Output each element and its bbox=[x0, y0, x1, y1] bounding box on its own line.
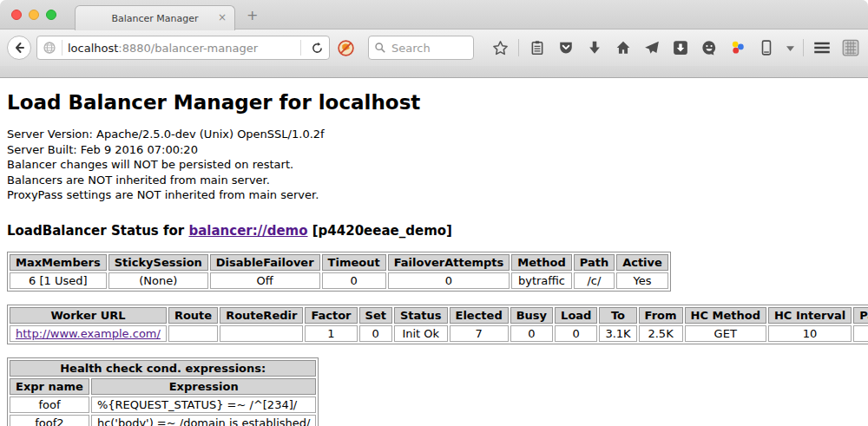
pocket-icon[interactable] bbox=[556, 37, 576, 58]
cell-elected: 7 bbox=[450, 325, 509, 342]
back-arrow-icon bbox=[12, 41, 26, 55]
colored-dots-icon[interactable] bbox=[727, 37, 748, 58]
col-route: Route bbox=[168, 307, 218, 324]
toolbar-icons bbox=[490, 37, 861, 58]
navigation-toolbar: localhost:8880/balancer-manager bbox=[0, 29, 868, 66]
home-icon[interactable] bbox=[613, 37, 634, 58]
cell-to: 3.1K bbox=[599, 325, 636, 342]
col-load: Load bbox=[555, 307, 597, 324]
window-close-button[interactable] bbox=[11, 10, 22, 20]
toolbar-divider bbox=[518, 39, 519, 56]
cell-route bbox=[168, 325, 218, 342]
url-text[interactable]: localhost:8880/balancer-manager bbox=[68, 42, 295, 55]
cell-method: bytraffic bbox=[511, 272, 571, 289]
balancer-status-heading: LoadBalancer Status for balancer://demo … bbox=[7, 223, 861, 239]
worker-data-row: http://www.example.com/ 1 0 Init Ok 7 0 … bbox=[10, 325, 868, 342]
col-routeredir: RouteRedir bbox=[220, 307, 303, 324]
cell-busy: 0 bbox=[510, 325, 553, 342]
window-minimize-button[interactable] bbox=[29, 10, 39, 20]
tab-mosaic-icon[interactable] bbox=[840, 37, 861, 58]
toolbar-divider-2 bbox=[803, 39, 804, 56]
downloads-arrow-icon[interactable] bbox=[584, 37, 605, 58]
back-button[interactable] bbox=[7, 36, 31, 60]
col-status: Status bbox=[394, 307, 448, 324]
bookmark-star-icon[interactable] bbox=[490, 37, 510, 58]
clipboard-icon[interactable] bbox=[527, 37, 548, 58]
server-version-line: Server Version: Apache/2.5.0-dev (Unix) … bbox=[7, 127, 861, 142]
proxypass-warning-line: ProxyPass settings are NOT inherited fro… bbox=[7, 187, 861, 203]
cell-hc-method: GET bbox=[685, 325, 766, 342]
cell-failoverattempts: 0 bbox=[388, 272, 510, 289]
cell-factor: 1 bbox=[305, 325, 357, 342]
server-built-line: Server Built: Feb 9 2016 07:00:20 bbox=[7, 142, 861, 158]
col-busy: Busy bbox=[510, 307, 553, 324]
cell-expression-foof2: hc('body') =~ /domain is established/ bbox=[91, 415, 317, 426]
cell-maxmembers: 6 [1 Used] bbox=[10, 272, 107, 289]
cell-worker-url: http://www.example.com/ bbox=[10, 325, 167, 342]
menu-hamburger-icon[interactable] bbox=[812, 37, 832, 58]
cell-passes: 1 (0) bbox=[853, 325, 868, 342]
cell-disablefailover: Off bbox=[210, 272, 320, 289]
col-failoverattempts: FailoverAttempts bbox=[388, 254, 510, 271]
col-timeout: Timeout bbox=[322, 254, 386, 271]
cell-status: Init Ok bbox=[394, 325, 448, 342]
cell-timeout: 0 bbox=[322, 272, 386, 289]
tablet-device-icon[interactable] bbox=[756, 37, 777, 58]
server-info: Server Version: Apache/2.5.0-dev (Unix) … bbox=[7, 127, 861, 203]
cell-expr-name-foof: foof bbox=[10, 397, 89, 413]
cell-stickysession: (None) bbox=[108, 272, 208, 289]
heading-suffix: [p4420eeae_demo] bbox=[308, 223, 452, 239]
tab-bar: Balancer Manager × + bbox=[0, 0, 868, 29]
dropdown-caret-icon[interactable] bbox=[785, 37, 795, 58]
search-input[interactable] bbox=[390, 41, 468, 56]
balancer-demo-link[interactable]: balancer://demo bbox=[188, 223, 307, 239]
col-disablefailover: DisableFailover bbox=[210, 254, 320, 271]
page-title: Load Balancer Manager for localhost bbox=[7, 91, 861, 114]
globe-icon bbox=[43, 41, 56, 55]
inherit-warning-line: Balancers are NOT inherited from main se… bbox=[7, 173, 861, 188]
cell-path: /c/ bbox=[574, 272, 615, 289]
urlbar-divider bbox=[62, 40, 62, 56]
balancer-settings-header-row: MaxMembers StickySession DisableFailover… bbox=[10, 254, 668, 271]
tab-title: Balancer Manager bbox=[111, 13, 198, 24]
reload-button[interactable] bbox=[306, 37, 327, 58]
search-bar[interactable] bbox=[368, 36, 474, 60]
col-factor: Factor bbox=[305, 307, 357, 324]
browser-tab[interactable]: Balancer Manager × bbox=[75, 5, 235, 30]
col-maxmembers: MaxMembers bbox=[10, 254, 107, 271]
chrome-bottom-strip bbox=[0, 66, 868, 77]
balancer-settings-data-row: 6 [1 Used] (None) Off 0 0 bytraffic /c/ … bbox=[10, 272, 668, 289]
col-hc-interval: HC Interval bbox=[768, 307, 852, 324]
col-elected: Elected bbox=[450, 307, 509, 324]
blocked-plugin-button[interactable] bbox=[335, 37, 356, 58]
col-hc-method: HC Method bbox=[685, 307, 766, 324]
cell-from: 2.5K bbox=[639, 325, 683, 342]
col-stickysession: StickySession bbox=[108, 254, 208, 271]
col-from: From bbox=[639, 307, 683, 324]
worker-url-link[interactable]: http://www.example.com/ bbox=[16, 327, 161, 340]
send-plane-icon[interactable] bbox=[641, 37, 662, 58]
new-tab-button[interactable]: + bbox=[247, 7, 258, 23]
col-expr-name: Expr name bbox=[10, 378, 89, 395]
search-magnifier-icon bbox=[374, 42, 386, 54]
url-bar[interactable]: localhost:8880/balancer-manager bbox=[36, 36, 330, 60]
window-controls bbox=[11, 10, 56, 20]
heading-prefix: LoadBalancer Status for bbox=[7, 223, 188, 239]
url-path: :8880/balancer-manager bbox=[118, 42, 258, 55]
cell-load: 0 bbox=[555, 325, 597, 342]
cell-active: Yes bbox=[616, 272, 668, 289]
health-data-row: foof2 hc('body') =~ /domain is establish… bbox=[10, 415, 316, 426]
col-worker-url: Worker URL bbox=[10, 307, 167, 324]
col-to: To bbox=[599, 307, 636, 324]
feedback-smiley-icon[interactable] bbox=[699, 37, 720, 58]
tab-close-icon[interactable]: × bbox=[218, 11, 227, 23]
cell-expression-foof: %{REQUEST_STATUS} =~ /^[234]/ bbox=[91, 397, 317, 413]
col-active: Active bbox=[616, 254, 668, 271]
worker-header-row: Worker URL Route RouteRedir Factor Set S… bbox=[10, 307, 868, 324]
col-expression: Expression bbox=[91, 378, 317, 395]
window-zoom-button[interactable] bbox=[46, 10, 56, 20]
url-host: localhost bbox=[68, 42, 118, 55]
download-manager-icon[interactable] bbox=[670, 37, 691, 58]
health-table-title: Health check cond. expressions: bbox=[10, 360, 316, 377]
col-passes: Passes bbox=[853, 307, 868, 324]
